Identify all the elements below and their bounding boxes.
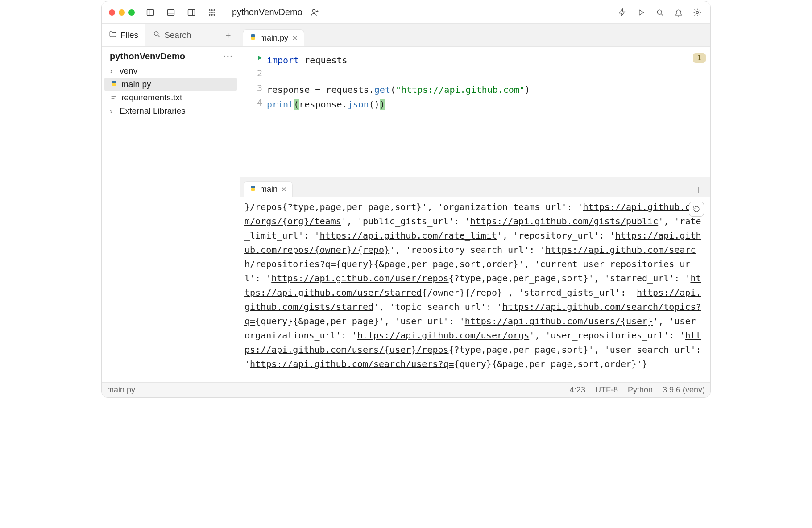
svg-point-18 <box>657 10 662 14</box>
sidebar-tab-label: Files <box>120 30 138 40</box>
svg-rect-4 <box>188 9 195 15</box>
svg-rect-30 <box>251 186 255 188</box>
svg-point-11 <box>214 12 215 12</box>
sidebar-tab-label: Search <box>164 30 191 40</box>
minimize-window-button[interactable] <box>119 9 125 16</box>
panel-left-icon[interactable] <box>142 4 159 21</box>
svg-point-7 <box>211 9 212 10</box>
run-tabs: main ✕ ＋ <box>240 177 710 197</box>
run-tab-main[interactable]: main ✕ <box>244 182 293 197</box>
svg-point-8 <box>214 9 215 10</box>
search-icon[interactable] <box>651 4 668 21</box>
panel-bottom-icon[interactable] <box>162 4 179 21</box>
sidebar-tabs: Files Search ＋ <box>102 24 240 47</box>
svg-point-15 <box>312 9 315 12</box>
tree-label: External Libraries <box>120 106 186 116</box>
more-icon[interactable]: ··· <box>223 51 233 62</box>
search-icon <box>153 30 161 40</box>
bolt-icon[interactable] <box>614 4 631 21</box>
run-tab-label: main <box>260 185 278 194</box>
sidebar-tab-files[interactable]: Files <box>102 24 145 46</box>
gear-icon[interactable] <box>689 4 706 21</box>
status-bar: main.py 4:23 UTF-8 Python 3.9.6 (venv) <box>102 382 710 397</box>
line-number: 3 <box>240 82 262 97</box>
status-encoding[interactable]: UTF-8 <box>595 385 618 395</box>
svg-rect-0 <box>147 9 154 15</box>
svg-rect-29 <box>251 37 255 40</box>
python-file-icon <box>249 185 257 194</box>
close-window-button[interactable] <box>109 9 115 16</box>
svg-rect-31 <box>251 188 255 191</box>
text-file-icon <box>110 93 118 103</box>
svg-rect-23 <box>112 81 116 83</box>
svg-point-10 <box>211 12 212 12</box>
add-collaborator-icon[interactable] <box>306 4 323 21</box>
run-icon[interactable] <box>633 4 650 21</box>
window-title: pythonVenvDemo <box>232 7 302 17</box>
code-editor[interactable]: ▶ 2 3 4 import requestsresponse = reques… <box>240 47 710 177</box>
svg-point-6 <box>209 9 210 10</box>
editor-tabs: main.py ✕ <box>240 24 710 47</box>
zoom-window-button[interactable] <box>128 9 135 16</box>
apps-grid-icon[interactable] <box>203 4 220 21</box>
svg-point-14 <box>214 14 215 15</box>
project-header[interactable]: pythonVenvDemo ··· <box>102 47 240 64</box>
titlebar: pythonVenvDemo <box>102 1 710 24</box>
soft-wrap-icon[interactable] <box>689 202 704 217</box>
chevron-right-icon: › <box>110 66 116 76</box>
line-number: 4 <box>240 97 262 112</box>
line-number: 2 <box>240 68 262 82</box>
file-tree: › venv main.py requirements.txt › Extern… <box>102 64 240 118</box>
inspection-badge[interactable]: 1 <box>693 53 706 63</box>
main-area: main.py ✕ ▶ 2 3 4 import requestsrespons… <box>240 24 710 382</box>
window-controls <box>106 9 135 16</box>
editor-tab-main[interactable]: main.py ✕ <box>243 29 304 46</box>
close-icon[interactable]: ✕ <box>292 34 298 42</box>
svg-point-9 <box>209 12 210 12</box>
status-caret-pos[interactable]: 4:23 <box>570 385 585 395</box>
code-lines[interactable]: import requestsresponse = requests.get("… <box>267 47 710 177</box>
console-output[interactable]: }/repos{?type,page,per_page,sort}', 'org… <box>240 197 710 382</box>
project-name: pythonVenvDemo <box>110 51 185 62</box>
gutter: ▶ 2 3 4 <box>240 47 267 177</box>
close-icon[interactable]: ✕ <box>281 186 287 194</box>
folder-icon <box>109 30 117 40</box>
tree-label: venv <box>120 66 137 76</box>
svg-point-20 <box>696 11 699 13</box>
add-run-config-icon[interactable]: ＋ <box>687 182 710 197</box>
svg-line-22 <box>158 35 160 37</box>
add-tab-icon[interactable]: ＋ <box>224 29 232 41</box>
sidebar-tab-search[interactable]: Search ＋ <box>145 24 240 46</box>
status-file[interactable]: main.py <box>107 385 135 395</box>
status-interpreter[interactable]: 3.9.6 (venv) <box>663 385 705 395</box>
svg-point-12 <box>209 14 210 15</box>
tree-item-venv[interactable]: › venv <box>104 64 237 78</box>
svg-rect-28 <box>251 34 255 37</box>
panel-right-icon[interactable] <box>183 4 200 21</box>
ide-window: pythonVenvDemo Files Search ＋ <box>101 1 711 398</box>
svg-rect-24 <box>112 83 116 86</box>
tree-item-main-py[interactable]: main.py <box>104 78 237 91</box>
bell-icon[interactable] <box>670 4 687 21</box>
tree-label: requirements.txt <box>121 93 182 103</box>
svg-point-21 <box>154 32 158 36</box>
tree-label: main.py <box>121 79 151 89</box>
tree-item-requirements[interactable]: requirements.txt <box>104 91 237 104</box>
svg-rect-2 <box>168 9 174 15</box>
status-language[interactable]: Python <box>628 385 653 395</box>
python-file-icon <box>110 79 118 89</box>
python-file-icon <box>249 33 257 43</box>
chevron-right-icon: › <box>110 106 116 116</box>
run-tool-window: main ✕ ＋ }/repos{?type,page,per_page,sor… <box>240 177 710 382</box>
svg-line-19 <box>661 14 663 16</box>
svg-point-13 <box>211 14 212 15</box>
tree-item-external-libs[interactable]: › External Libraries <box>104 104 237 118</box>
sidebar: Files Search ＋ pythonVenvDemo ··· › venv <box>102 24 240 382</box>
gutter-run-icon[interactable]: ▶ <box>240 53 262 68</box>
editor-tab-label: main.py <box>260 33 288 43</box>
